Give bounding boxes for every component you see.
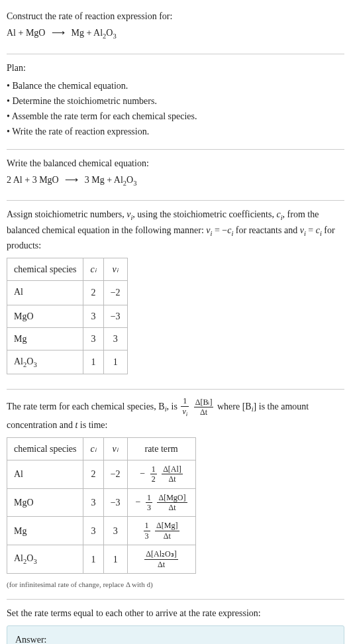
table-row: MgO 3 −3 (7, 305, 128, 327)
cell-species: Al2O3 (7, 350, 83, 374)
cell-ci: 3 (83, 517, 103, 545)
reaction-arrow-icon: ⟶ (52, 26, 65, 40)
table-row: Al2O3 1 1 Δ[Al₂O₃]Δt (7, 545, 196, 574)
reactant-al: Al (7, 28, 16, 38)
cell-nui: −2 (103, 281, 127, 305)
divider (7, 599, 344, 600)
cell-rate-term: − 13 Δ[MgO]Δt (127, 488, 195, 517)
cell-species: Al (7, 281, 83, 305)
plan-heading: Plan: (7, 61, 344, 75)
fraction: Δ[Al]Δt (162, 464, 183, 484)
final-heading: Set the rate terms equal to each other t… (7, 606, 344, 620)
col-species: chemical species (7, 258, 83, 281)
cell-species: Al2O3 (7, 545, 83, 574)
cell-nui: −3 (103, 305, 127, 327)
term: 2 Al (7, 175, 23, 185)
term: 3 MgO (32, 175, 59, 185)
fraction: Δ[Mg]Δt (155, 521, 179, 541)
stoich-section: Assign stoichiometric numbers, νi, using… (7, 203, 344, 386)
cell-species: MgO (7, 305, 83, 327)
final-section: Set the rate terms equal to each other t… (7, 602, 344, 644)
cell-nui: 1 (103, 350, 127, 374)
cell-ci: 1 (83, 545, 103, 574)
intro-prompt: Construct the rate of reaction expressio… (7, 9, 344, 23)
cell-species: Mg (7, 517, 83, 545)
cell-ci: 1 (83, 350, 103, 374)
divider (7, 149, 344, 150)
plan-bullet: • Write the rate of reaction expression. (7, 125, 344, 138)
cell-ci: 2 (83, 281, 103, 305)
col-species: chemical species (7, 437, 83, 460)
table-row: Al 2 −2 (7, 281, 128, 305)
fraction: 1νi (181, 396, 189, 418)
cell-nui: 3 (103, 517, 127, 545)
answer-label: Answer: (15, 633, 336, 644)
balanced-heading: Write the balanced chemical equation: (7, 156, 344, 170)
col-ci: cᵢ (83, 258, 103, 281)
plan-section: Plan: • Balance the chemical equation. •… (7, 57, 344, 146)
plan-bullets: • Balance the chemical equation. • Deter… (7, 79, 344, 138)
divider (7, 200, 344, 201)
cell-nui: −3 (103, 488, 127, 517)
table-header-row: chemical species cᵢ νᵢ (7, 258, 128, 281)
fraction: Δ[MgO]Δt (157, 493, 187, 513)
divider (7, 54, 344, 54)
stoich-table: chemical species cᵢ νᵢ Al 2 −2 MgO 3 −3 … (7, 258, 128, 374)
cell-species: Al (7, 460, 83, 488)
divider (7, 389, 344, 390)
cell-ci: 2 (83, 460, 103, 488)
table-row: MgO 3 −3 − 13 Δ[MgO]Δt (7, 488, 196, 517)
answer-box: Answer: rate = − 12 Δ[Al]Δt = − 13 Δ[MgO… (7, 625, 344, 644)
rate-term-table: chemical species cᵢ νᵢ rate term Al 2 −2… (7, 437, 196, 574)
stoich-text: Assign stoichiometric numbers, νi, using… (7, 207, 344, 252)
rate-term-text: The rate term for each chemical species,… (7, 396, 344, 432)
fraction: Δ[Al₂O₃]Δt (144, 549, 177, 569)
table-row: Al2O3 1 1 (7, 350, 128, 374)
unbalanced-equation: Al + MgO ⟶ Mg + Al2O3 (7, 26, 344, 42)
fraction: 13 (146, 493, 152, 513)
table-header-row: chemical species cᵢ νᵢ rate term (7, 437, 196, 460)
cell-ci: 3 (83, 488, 103, 517)
cell-rate-term: Δ[Al₂O₃]Δt (127, 545, 195, 574)
balanced-equation: 2 Al + 3 MgO ⟶ 3 Mg + Al2O3 (7, 173, 344, 189)
cell-ci: 3 (83, 305, 103, 327)
cell-species: MgO (7, 488, 83, 517)
col-rate-term: rate term (127, 437, 195, 460)
cell-ci: 3 (83, 327, 103, 350)
term: 3 Mg (85, 175, 105, 185)
col-nui: νᵢ (103, 437, 127, 460)
infinitesimal-note: (for infinitesimal rate of change, repla… (7, 579, 344, 590)
col-nui: νᵢ (103, 258, 127, 281)
table-row: Al 2 −2 − 12 Δ[Al]Δt (7, 460, 196, 488)
cell-nui: −2 (103, 460, 127, 488)
reactant-mgo: MgO (26, 28, 46, 38)
cell-species: Mg (7, 327, 83, 350)
reaction-arrow-icon: ⟶ (65, 173, 78, 187)
rate-term-section: The rate term for each chemical species,… (7, 392, 344, 596)
fraction: 13 (144, 521, 150, 541)
product-mg: Mg (71, 28, 83, 38)
plan-bullet: • Balance the chemical equation. (7, 79, 344, 93)
plan-bullet: • Determine the stoichiometric numbers. (7, 94, 344, 108)
plan-bullet: • Assemble the rate term for each chemic… (7, 109, 344, 123)
cell-rate-term: 13 Δ[Mg]Δt (127, 517, 195, 545)
term: Al2O3 (114, 175, 137, 185)
table-row: Mg 3 3 (7, 327, 128, 350)
cell-nui: 1 (103, 545, 127, 574)
col-ci: cᵢ (83, 437, 103, 460)
cell-nui: 3 (103, 327, 127, 350)
product-al2o3: Al2O3 (93, 28, 117, 38)
balanced-section: Write the balanced chemical equation: 2 … (7, 152, 344, 198)
intro-section: Construct the rate of reaction expressio… (7, 5, 344, 51)
fraction: Δ[Bᵢ]Δt (194, 398, 214, 417)
table-row: Mg 3 3 13 Δ[Mg]Δt (7, 517, 196, 545)
fraction: 12 (150, 464, 157, 484)
cell-rate-term: − 12 Δ[Al]Δt (127, 460, 195, 488)
